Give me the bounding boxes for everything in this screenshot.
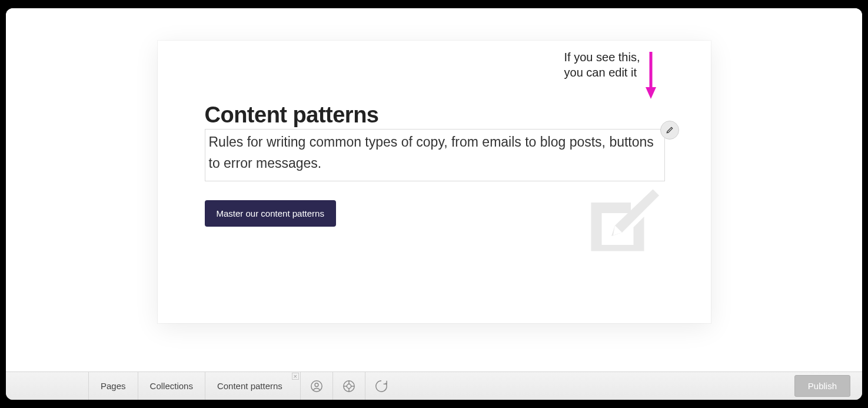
pencil-icon bbox=[666, 126, 674, 134]
logout-icon bbox=[375, 380, 388, 393]
tab-collections[interactable]: Collections bbox=[138, 372, 205, 400]
toolbar-logout-button[interactable] bbox=[365, 372, 397, 400]
content-card: If you see this, you can edit it Content… bbox=[158, 41, 711, 323]
description-field[interactable]: Rules for writing common types of copy, … bbox=[205, 129, 665, 181]
tab-label: Pages bbox=[101, 381, 126, 391]
user-icon bbox=[310, 380, 323, 393]
editor-canvas: If you see this, you can edit it Content… bbox=[6, 8, 862, 371]
tab-pages[interactable]: Pages bbox=[88, 372, 138, 400]
page-heading: Content patterns bbox=[205, 102, 664, 128]
toolbar-spacer bbox=[397, 372, 794, 400]
callout-line2: you can edit it bbox=[564, 65, 640, 80]
svg-point-5 bbox=[347, 384, 351, 388]
svg-marker-1 bbox=[646, 87, 656, 99]
help-icon bbox=[342, 380, 355, 393]
tab-label: Content patterns bbox=[217, 381, 282, 391]
cta-button[interactable]: Master our content patterns bbox=[205, 200, 336, 227]
edit-button[interactable] bbox=[660, 121, 679, 140]
close-icon[interactable]: × bbox=[292, 373, 299, 380]
svg-point-3 bbox=[315, 383, 318, 386]
publish-button[interactable]: Publish bbox=[794, 375, 850, 397]
toolbar-help-button[interactable] bbox=[332, 372, 365, 400]
tab-content-patterns[interactable]: Content patterns × bbox=[205, 372, 300, 400]
edit-callout: If you see this, you can edit it bbox=[564, 49, 640, 80]
description-text: Rules for writing common types of copy, … bbox=[209, 132, 661, 174]
edit-watermark-icon bbox=[578, 176, 666, 264]
app-window: If you see this, you can edit it Content… bbox=[6, 8, 862, 400]
arrow-down-icon bbox=[645, 52, 657, 99]
bottom-toolbar: Pages Collections Content patterns × bbox=[6, 371, 862, 400]
toolbar-user-button[interactable] bbox=[300, 372, 332, 400]
tab-label: Collections bbox=[150, 381, 193, 391]
callout-line1: If you see this, bbox=[564, 49, 640, 65]
